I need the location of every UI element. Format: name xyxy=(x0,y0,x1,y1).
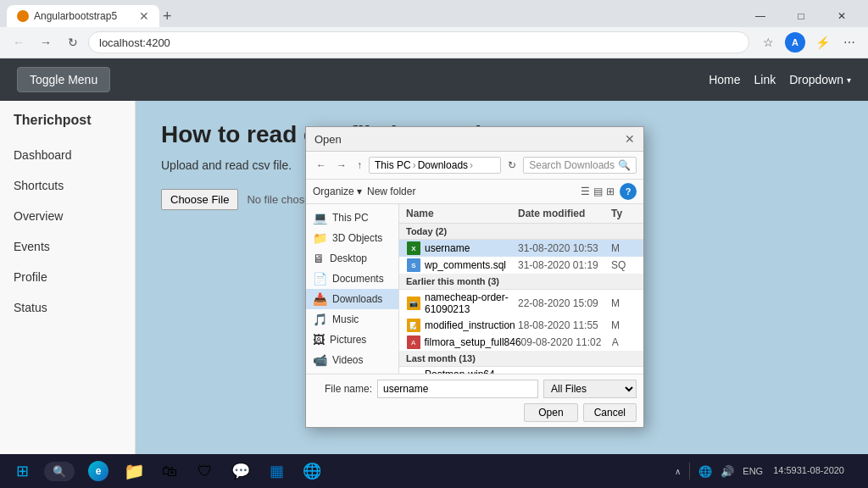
taskbar-app-explorer[interactable]: 📁 xyxy=(117,455,151,487)
security-icon: 🛡 xyxy=(198,463,213,480)
tab-favicon xyxy=(17,10,29,22)
file-icon-sql: S xyxy=(406,258,421,272)
sidebar-item-events[interactable]: Events xyxy=(0,231,135,262)
file-name-modified: modified_instruction xyxy=(425,319,518,331)
list-view-button[interactable]: ☰ xyxy=(581,186,590,197)
file-row-filmora[interactable]: A filmora_setup_full846 09-08-2020 11:02… xyxy=(399,334,643,351)
file-row-username[interactable]: X username 31-08-2020 10:53 M xyxy=(399,240,643,257)
dialog-search-box[interactable]: Search Downloads 🔍 xyxy=(523,157,637,174)
dialog-close-button[interactable]: ✕ xyxy=(625,132,635,146)
taskbar-app-security[interactable]: 🛡 xyxy=(188,455,222,487)
toggle-menu-button[interactable]: Toggle Menu xyxy=(17,67,110,92)
sidebar-item-profile[interactable]: Profile xyxy=(0,262,135,292)
profile-icon[interactable]: A xyxy=(783,30,807,54)
back-button[interactable]: ← xyxy=(7,30,31,54)
breadcrumb[interactable]: This PC › Downloads › xyxy=(369,157,501,174)
file-icon-filmora: A xyxy=(406,336,421,349)
file-row-sql[interactable]: S wp_comments.sql 31-08-2020 01:19 SQ xyxy=(399,257,643,274)
dialog-body: 💻 This PC 📁 3D Objects 🖥 Desktop 📄 Docum… xyxy=(306,204,643,374)
sidebar-item-shortcuts[interactable]: Shortcuts xyxy=(0,170,135,201)
taskbar-search-box[interactable]: 🔍 xyxy=(44,462,75,481)
browser-actions: ☆ A ⚡ ⋯ xyxy=(756,30,861,54)
details-view-button[interactable]: ▤ xyxy=(593,186,603,197)
file-date-sql: 31-08-2020 01:19 xyxy=(518,259,611,271)
tab-title: Angularbootstrap5 xyxy=(34,10,134,22)
bookmark-icon[interactable]: ☆ xyxy=(756,30,780,54)
vscode-icon: ▦ xyxy=(270,462,284,480)
reload-button[interactable]: ↻ xyxy=(61,30,85,54)
nav-item-downloads[interactable]: 📥 Downloads xyxy=(306,289,398,309)
dialog-toolbar: Organize ▾ New folder ☰ ▤ ⊞ ? xyxy=(306,180,643,204)
dialog-forward-button[interactable]: → xyxy=(333,158,350,173)
taskbar-apps: e 📁 🛍 🛡 💬 ▦ 🌐 xyxy=(81,455,329,487)
network-icon[interactable]: 🌐 xyxy=(695,463,715,480)
taskbar-app-edge[interactable]: e xyxy=(81,455,115,487)
active-tab[interactable]: Angularbootstrap5 ✕ xyxy=(7,5,159,27)
filename-input[interactable] xyxy=(377,380,538,398)
file-name-filmora: filmora_setup_full846 xyxy=(425,336,521,348)
grid-view-button[interactable]: ⊞ xyxy=(606,186,615,197)
settings-icon[interactable]: ⋯ xyxy=(837,30,861,54)
dialog-refresh-button[interactable]: ↻ xyxy=(504,158,520,173)
chevron-up-icon: ∧ xyxy=(675,467,681,476)
dialog-title: Open xyxy=(314,133,342,146)
extensions-icon[interactable]: ⚡ xyxy=(810,30,834,54)
help-button[interactable]: ? xyxy=(620,183,637,200)
dialog-nav-panel: 💻 This PC 📁 3D Objects 🖥 Desktop 📄 Docum… xyxy=(306,204,399,374)
minimize-button[interactable]: — xyxy=(741,5,780,27)
maximize-button[interactable]: □ xyxy=(782,5,821,27)
nav-item-videos[interactable]: 📹 Videos xyxy=(306,350,398,370)
file-row-namecheap[interactable]: 📷 namecheap-order-61090213 22-08-2020 15… xyxy=(399,290,643,317)
file-row-postman[interactable]: P Postman-win64-7.28.0-Setup 22-07-2020 … xyxy=(399,367,643,374)
file-type-sql: SQ xyxy=(611,259,637,271)
dialog-up-button[interactable]: ↑ xyxy=(353,158,365,173)
lang-indicator[interactable]: ENG xyxy=(739,464,766,478)
file-icon-csv: X xyxy=(406,241,421,255)
clock[interactable]: 14:59 31-08-2020 xyxy=(768,464,849,477)
view-buttons: ☰ ▤ ⊞ xyxy=(581,186,615,197)
nav-dropdown[interactable]: Dropdown ▾ xyxy=(789,73,851,86)
file-row-modified[interactable]: 📝 modified_instruction 18-08-2020 11:55 … xyxy=(399,317,643,334)
tab-close-icon[interactable]: ✕ xyxy=(139,9,149,23)
taskbar-app-store[interactable]: 🛍 xyxy=(153,455,186,487)
organize-button[interactable]: Organize ▾ xyxy=(313,186,362,197)
taskbar-app-chrome[interactable]: 🌐 xyxy=(295,455,329,487)
sidebar-item-status[interactable]: Status xyxy=(0,292,135,323)
file-date-username: 31-08-2020 10:53 xyxy=(518,242,611,254)
skype-icon: 💬 xyxy=(231,462,250,480)
dialog-back-button[interactable]: ← xyxy=(313,158,330,173)
dialog-footer-buttons: Open Cancel xyxy=(313,403,637,422)
new-folder-button[interactable]: New folder xyxy=(367,186,415,197)
forward-button[interactable]: → xyxy=(34,30,58,54)
nav-item-thispc[interactable]: 💻 This PC xyxy=(306,208,398,228)
dialog-cancel-button[interactable]: Cancel xyxy=(583,403,637,422)
nav-item-pictures[interactable]: 🖼 Pictures xyxy=(306,330,398,350)
start-button[interactable]: ⊞ xyxy=(3,454,41,488)
nav-item-desktop[interactable]: 🖥 Desktop xyxy=(306,248,398,269)
file-name-sql: wp_comments.sql xyxy=(425,259,518,271)
explorer-icon: 📁 xyxy=(124,461,145,481)
nav-link-link[interactable]: Link xyxy=(754,73,776,86)
nav-item-music[interactable]: 🎵 Music xyxy=(306,309,398,330)
file-type-namecheap: M xyxy=(611,297,637,309)
dropdown-label: Dropdown xyxy=(789,73,843,86)
sidebar-item-dashboard[interactable]: Dashboard xyxy=(0,140,135,170)
sidebar-item-overview[interactable]: Overview xyxy=(0,201,135,231)
taskbar-app-skype[interactable]: 💬 xyxy=(224,455,258,487)
show-desktop-button[interactable] xyxy=(851,454,858,488)
choose-file-button[interactable]: Choose File xyxy=(161,189,238,210)
nav-item-osc[interactable]: 💿 OS (C:) xyxy=(306,370,398,374)
file-name-username: username xyxy=(425,242,518,254)
new-tab-button[interactable]: + xyxy=(163,8,172,25)
nav-item-documents[interactable]: 📄 Documents xyxy=(306,269,398,289)
address-bar[interactable]: localhost:4200 xyxy=(88,31,749,53)
volume-icon[interactable]: 🔊 xyxy=(717,463,737,480)
close-button[interactable]: ✕ xyxy=(822,5,861,27)
nav-item-3dobjects[interactable]: 📁 3D Objects xyxy=(306,228,398,248)
chevron-up-button[interactable]: ∧ xyxy=(671,465,684,478)
filename-row: File name: All Files xyxy=(313,380,637,398)
nav-link-home[interactable]: Home xyxy=(709,73,740,86)
filetype-select[interactable]: All Files xyxy=(543,380,637,398)
dialog-open-button[interactable]: Open xyxy=(524,403,577,422)
taskbar-app-vscode[interactable]: ▦ xyxy=(259,455,293,487)
